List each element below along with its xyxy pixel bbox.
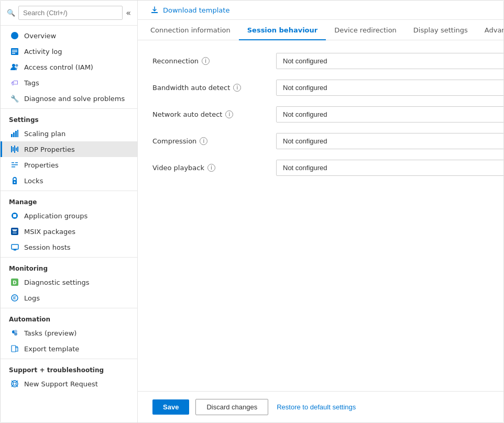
- sidebar-item-overview[interactable]: Overview: [1, 28, 137, 43]
- search-input[interactable]: [18, 6, 123, 20]
- sidebar-item-tags[interactable]: 🏷 Tags: [1, 75, 137, 91]
- sidebar-item-diagnostic-settings[interactable]: D Diagnostic settings: [1, 274, 137, 290]
- sidebar-label-support-request: New Support Request: [24, 380, 98, 388]
- svg-point-0: [11, 32, 18, 39]
- collapse-icon[interactable]: «: [126, 8, 131, 18]
- section-settings: Settings: [1, 108, 137, 126]
- search-bar: 🔍 «: [1, 1, 137, 26]
- sidebar-item-locks[interactable]: Locks: [1, 173, 137, 188]
- tab-advanced[interactable]: Advanced: [476, 20, 504, 40]
- info-icon-bandwidth[interactable]: i: [233, 84, 241, 92]
- tabs-bar: Connection information Session behaviour…: [138, 20, 504, 40]
- sidebar-item-msix-packages[interactable]: MSIX packages: [1, 224, 137, 239]
- tab-device-redirection[interactable]: Device redirection: [326, 20, 405, 40]
- sidebar-item-session-hosts[interactable]: Session hosts: [1, 239, 137, 255]
- activity-log-icon: [10, 47, 19, 55]
- svg-rect-10: [17, 130, 18, 137]
- dropdown-video-playback[interactable]: Not configured: [276, 160, 504, 176]
- msix-icon: [10, 227, 19, 236]
- content-area: Reconnection i Not configured ▾ Bandwidt…: [138, 40, 504, 391]
- label-compression: Compression i: [152, 137, 268, 145]
- circle-blue-icon: [10, 31, 19, 40]
- tag-icon: 🏷: [10, 79, 19, 87]
- sidebar-item-app-groups[interactable]: Application groups: [1, 208, 137, 224]
- dropdown-reconnection[interactable]: Not configured: [276, 53, 504, 69]
- logs-icon: [10, 294, 19, 302]
- svg-rect-15: [17, 147, 18, 152]
- info-icon-compression[interactable]: i: [200, 137, 207, 145]
- sidebar-label-tasks: Tasks (preview): [24, 329, 76, 337]
- info-icon-network[interactable]: i: [225, 110, 233, 118]
- label-reconnection: Reconnection i: [152, 57, 268, 65]
- sidebar-label-activity-log: Activity log: [24, 48, 62, 55]
- support-icon: [10, 380, 19, 388]
- label-video-playback: Video playback i: [152, 164, 268, 172]
- sidebar-item-export-template[interactable]: Export template: [1, 341, 137, 357]
- sidebar-item-properties[interactable]: Properties: [1, 157, 137, 173]
- section-automation: Automation: [1, 308, 137, 325]
- svg-rect-35: [12, 346, 16, 352]
- form-row-bandwidth: Bandwidth auto detect i Not configured ▾: [152, 80, 504, 96]
- lock-icon: [10, 176, 19, 185]
- sidebar-label-properties: Properties: [24, 161, 59, 169]
- sidebar-item-logs[interactable]: Logs: [1, 290, 137, 306]
- svg-rect-4: [12, 53, 15, 54]
- sidebar-item-scaling-plan[interactable]: Scaling plan: [1, 126, 137, 141]
- svg-point-37: [13, 382, 16, 385]
- info-icon-reconnection[interactable]: i: [202, 57, 210, 65]
- dropdown-network[interactable]: Not configured: [276, 106, 504, 123]
- label-bandwidth: Bandwidth auto detect i: [152, 84, 268, 92]
- form-row-reconnection: Reconnection i Not configured ▾: [152, 53, 504, 69]
- info-icon-video-playback[interactable]: i: [207, 164, 215, 172]
- label-network: Network auto detect i: [152, 110, 268, 118]
- sidebar-label-diagnose: Diagnose and solve problems: [24, 95, 125, 103]
- restore-button[interactable]: Restore to default settings: [275, 399, 358, 415]
- sidebar-nav: Overview Activity log Access control (IA…: [1, 26, 137, 414]
- sidebar-item-access-control[interactable]: Access control (IAM): [1, 59, 137, 75]
- sidebar-item-rdp-properties[interactable]: RDP Properties: [1, 141, 137, 157]
- save-button[interactable]: Save: [152, 399, 189, 415]
- sidebar-label-locks: Locks: [24, 177, 43, 185]
- dropdown-compression[interactable]: Not configured: [276, 133, 504, 149]
- tab-connection-info[interactable]: Connection information: [150, 20, 239, 40]
- svg-rect-7: [11, 134, 13, 137]
- sidebar-label-export-template: Export template: [24, 345, 79, 353]
- main-content: Download template Connection information…: [138, 1, 504, 422]
- svg-rect-8: [13, 132, 15, 137]
- search-icon: 🔍: [7, 9, 15, 17]
- wrench-icon: 🔧: [10, 94, 19, 103]
- svg-rect-14: [16, 148, 17, 151]
- svg-rect-23: [13, 214, 16, 217]
- dropdown-bandwidth[interactable]: Not configured: [276, 80, 504, 96]
- sidebar-label-access-control: Access control (IAM): [24, 63, 93, 71]
- diagnostic-icon: D: [10, 278, 19, 286]
- sidebar-label-session-hosts: Session hosts: [24, 243, 71, 251]
- svg-text:D: D: [13, 280, 16, 285]
- svg-rect-25: [13, 232, 17, 233]
- svg-rect-27: [14, 250, 16, 251]
- discard-button[interactable]: Discard changes: [195, 399, 268, 415]
- sidebar-item-diagnose[interactable]: 🔧 Diagnose and solve problems: [1, 91, 137, 106]
- app-window: 🔍 « Overview Activity log: [0, 0, 504, 423]
- sidebar-item-support-request[interactable]: New Support Request: [1, 376, 137, 392]
- svg-point-5: [12, 64, 15, 67]
- sidebar-label-app-groups: Application groups: [24, 212, 87, 220]
- svg-point-21: [14, 182, 16, 183]
- export-icon: [10, 344, 19, 353]
- properties-icon: [10, 161, 19, 169]
- svg-rect-28: [13, 249, 17, 250]
- download-label: Download template: [163, 6, 229, 14]
- section-support: Support + troubleshooting: [1, 359, 137, 376]
- svg-rect-2: [12, 50, 17, 51]
- tab-session-behaviour[interactable]: Session behaviour: [239, 20, 326, 40]
- sidebar-item-activity-log[interactable]: Activity log: [1, 43, 137, 59]
- tab-display-settings[interactable]: Display settings: [405, 20, 476, 40]
- svg-rect-9: [15, 131, 17, 137]
- footer-bar: Save Discard changes Restore to default …: [138, 391, 504, 422]
- sidebar-item-tasks[interactable]: Tasks (preview): [1, 325, 137, 341]
- svg-rect-3: [12, 51, 17, 52]
- svg-rect-18: [12, 164, 18, 165]
- svg-rect-12: [13, 147, 14, 151]
- svg-rect-13: [14, 146, 15, 153]
- sidebar-label-rdp-properties: RDP Properties: [24, 146, 75, 153]
